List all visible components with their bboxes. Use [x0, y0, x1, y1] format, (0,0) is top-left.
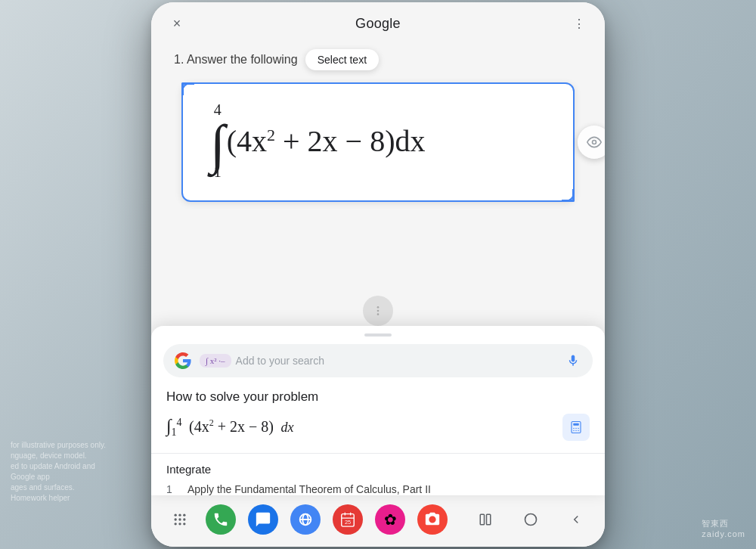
back-button[interactable]	[562, 506, 590, 533]
svg-point-19	[178, 523, 181, 525]
select-text-button[interactable]: Select text	[305, 49, 379, 70]
integral-group: 4 ∫ 1 (4x2 + 2x − 8)dx	[210, 102, 426, 179]
panel-body: How to solve your problem ∫14 (4x2 + 2x …	[151, 389, 605, 495]
nav-apps-group: 25 ✿	[166, 504, 448, 535]
step-1-row: 1 Apply the Fundamental Theorem of Calcu…	[166, 483, 590, 495]
drag-handle[interactable]	[363, 296, 393, 326]
home-button[interactable]	[517, 506, 544, 533]
more-options-button[interactable]: ⋮	[569, 13, 590, 34]
svg-point-14	[183, 514, 185, 516]
phone-app-icon[interactable]	[206, 504, 236, 535]
svg-rect-5	[573, 423, 579, 426]
svg-text:25: 25	[345, 519, 351, 526]
bottom-panel: ∫ x² ·– Add to your search How to solve …	[151, 326, 605, 495]
app-title: Google	[355, 16, 401, 32]
question-text: 1. Answer the following	[174, 53, 298, 67]
sidebar-disclaimer: for illustrative purposes only. nguage, …	[11, 440, 109, 504]
formula-card: 4 ∫ 1 (4x2 + 2x − 8)dx	[181, 82, 575, 202]
svg-rect-27	[487, 514, 491, 525]
step-1-number: 1	[166, 483, 178, 495]
nav-bar: 25 ✿	[151, 495, 605, 547]
content-area: 1. Answer the following Select text 4 ∫ …	[151, 42, 605, 326]
formula-result-row: ∫14 (4x2 + 2x − 8) dx	[166, 414, 590, 441]
search-bar[interactable]: ∫ x² ·– Add to your search	[163, 344, 593, 377]
lower-limit: 1	[214, 164, 222, 179]
svg-point-12	[175, 514, 177, 516]
tablet-frame: × Google ⋮ 1. Answer the following Selec…	[151, 2, 605, 547]
svg-point-2	[377, 310, 380, 312]
calculator-icon[interactable]	[562, 414, 590, 441]
step-1-text: Apply the Fundamental Theorem of Calculu…	[187, 483, 431, 495]
voip-app-icon[interactable]	[290, 504, 321, 535]
solve-title: How to solve your problem	[166, 389, 590, 405]
svg-rect-26	[480, 514, 484, 525]
svg-point-11	[578, 430, 579, 432]
svg-point-8	[578, 428, 579, 430]
close-button[interactable]: ×	[166, 13, 187, 34]
formula-result: ∫14 (4x2 + 2x − 8) dx	[166, 416, 293, 439]
nav-controls	[472, 506, 590, 533]
svg-point-17	[183, 518, 185, 520]
search-placeholder: Add to your search	[236, 355, 325, 367]
google-g-logo	[174, 352, 192, 370]
visibility-button[interactable]	[578, 126, 605, 159]
search-chips: ∫ x² ·– Add to your search	[200, 354, 556, 368]
formula-content: 4 ∫ 1 (4x2 + 2x − 8)dx	[210, 102, 546, 179]
divider	[151, 453, 605, 454]
integrate-label: Integrate	[166, 463, 590, 476]
tablet-screen: × Google ⋮ 1. Answer the following Selec…	[151, 2, 605, 547]
svg-point-0	[593, 141, 596, 144]
svg-point-1	[377, 306, 380, 309]
camera-app-icon[interactable]	[417, 504, 448, 535]
flower-app-icon[interactable]: ✿	[375, 504, 405, 535]
app-drawer-button[interactable]	[166, 506, 194, 533]
svg-point-20	[183, 523, 185, 525]
panel-handle[interactable]	[151, 326, 605, 341]
watermark: 智東西zaidy.com	[702, 518, 745, 538]
svg-point-13	[178, 514, 181, 516]
recents-button[interactable]	[472, 506, 499, 533]
formula-chip: ∫ x² ·–	[200, 354, 231, 368]
svg-point-3	[377, 313, 380, 315]
messages-app-icon[interactable]	[248, 504, 278, 535]
svg-point-6	[573, 428, 575, 430]
top-bar: × Google ⋮	[151, 2, 605, 42]
svg-point-7	[575, 428, 577, 430]
svg-point-18	[175, 523, 177, 525]
svg-point-16	[178, 518, 181, 520]
svg-point-9	[573, 430, 575, 432]
formula-expression: (4x2 + 2x − 8)dx	[227, 123, 426, 159]
calendar-app-icon[interactable]: 25	[333, 504, 363, 535]
mic-button[interactable]	[564, 352, 582, 370]
svg-point-15	[175, 518, 177, 520]
handle-bar	[364, 333, 392, 337]
question-row: 1. Answer the following Select text	[174, 49, 582, 70]
svg-point-10	[575, 430, 577, 432]
svg-point-28	[525, 514, 537, 526]
